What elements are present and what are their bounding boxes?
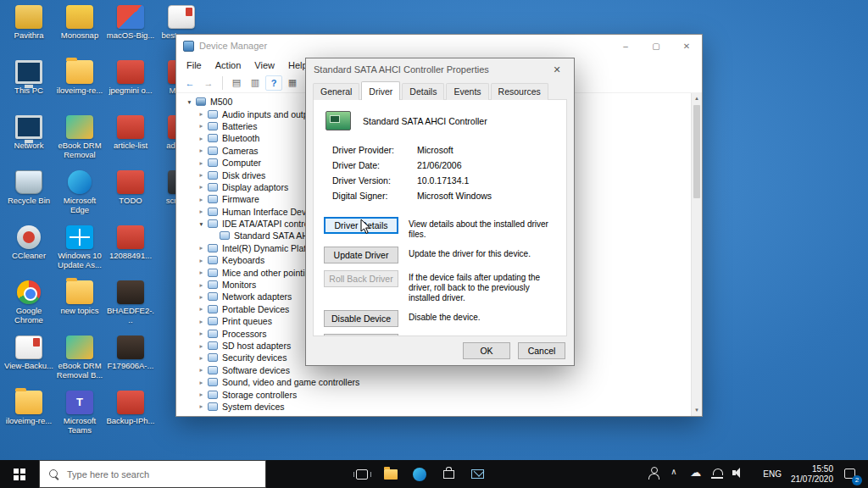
tree-expand-icon[interactable]: ▸ <box>197 391 206 398</box>
desktop-icon-this-pc[interactable]: This PC <box>4 58 53 114</box>
back-icon[interactable]: ← <box>181 75 198 91</box>
tree-item[interactable]: ▸ Storage controllers <box>183 388 690 400</box>
tree-expand-icon[interactable]: ▸ <box>197 257 206 264</box>
dialog-titlebar[interactable]: Standard SATA AHCI Controller Properties <box>306 58 574 80</box>
desktop-icon-recycle-bin[interactable]: Recycle Bin <box>4 169 53 224</box>
network-icon[interactable] <box>711 467 723 479</box>
tree-item[interactable]: ▸ Sound, video and game controllers <box>183 376 690 388</box>
menu-view[interactable]: View <box>248 60 281 70</box>
list-icon[interactable]: ▥ <box>247 75 264 91</box>
store-taskbar-button[interactable] <box>434 460 463 488</box>
chevron-up-icon[interactable] <box>669 467 681 479</box>
desktop-icon-label: Monosnap <box>55 30 104 40</box>
tree-expand-icon[interactable]: ▸ <box>197 293 206 301</box>
minimize-icon[interactable] <box>610 35 641 57</box>
tree-expand-icon[interactable]: ▸ <box>197 402 206 410</box>
tree-expand-icon[interactable]: ▸ <box>197 171 206 179</box>
cancel-button[interactable]: Cancel <box>518 342 565 359</box>
device-manager-titlebar[interactable]: Device Manager <box>176 35 702 57</box>
tree-expand-icon[interactable]: ▸ <box>197 305 206 313</box>
driver-field-value: 10.0.17134.1 <box>417 175 554 186</box>
tree-expand-icon[interactable]: ▸ <box>197 110 206 118</box>
people-icon[interactable] <box>648 467 659 479</box>
tree-expand-icon[interactable]: ▸ <box>197 379 206 386</box>
tree-expand-icon[interactable]: ▸ <box>197 183 206 191</box>
tab-details[interactable]: Details <box>402 83 444 100</box>
desktop-icon-microsoft-teams[interactable]: Microsoft Teams <box>55 389 104 444</box>
console-icon[interactable]: ▤ <box>228 75 245 91</box>
tree-expand-icon[interactable]: ▸ <box>197 354 206 362</box>
start-button[interactable] <box>0 460 39 488</box>
desktop-icon-pavithra[interactable]: Pavithra <box>4 3 53 58</box>
language-indicator[interactable]: ENG <box>763 469 782 479</box>
desktop-icon-google-chrome[interactable]: Google Chrome <box>4 279 53 334</box>
tree-expand-icon[interactable]: ▸ <box>197 281 206 289</box>
desktop-icon-ebook-drm-removal[interactable]: eBook DRM Removal <box>55 114 104 169</box>
uninstall-device-button[interactable]: Uninstall Device <box>324 334 398 336</box>
scroll-up-icon[interactable]: ▲ <box>692 93 702 104</box>
desktop-icon-article-list[interactable]: article-list <box>106 114 155 169</box>
scroll-thumb[interactable] <box>693 105 700 198</box>
taskbar-search-input[interactable]: Type here to search <box>39 460 266 488</box>
tree-expand-icon[interactable]: ▸ <box>197 122 206 130</box>
desktop-icon-monosnap[interactable]: Monosnap <box>55 3 104 58</box>
menu-action[interactable]: Action <box>209 60 248 70</box>
update-driver-button[interactable]: Update Driver <box>324 247 398 263</box>
help-icon[interactable]: ? <box>265 75 282 91</box>
desktop-icon-todo[interactable]: TODO <box>106 169 155 224</box>
tree-expand-icon[interactable]: ▸ <box>197 244 206 252</box>
tab-events[interactable]: Events <box>446 83 488 100</box>
tree-expand-icon[interactable]: ▾ <box>185 98 194 106</box>
action-center-button[interactable]: 2 <box>843 466 860 483</box>
tree-expand-icon[interactable]: ▸ <box>197 318 206 325</box>
sound-device-icon <box>208 378 218 386</box>
desktop-icon-new-topics[interactable]: new topics <box>55 279 104 334</box>
task-view-taskbar-button[interactable] <box>348 460 376 488</box>
tree-expand-icon[interactable]: ▸ <box>197 196 206 203</box>
tree-expand-icon[interactable]: ▸ <box>197 269 206 276</box>
tree-expand-icon[interactable]: ▸ <box>197 135 206 142</box>
tree-expand-icon[interactable]: ▸ <box>197 208 206 215</box>
forward-icon[interactable]: → <box>200 75 217 91</box>
volume-icon[interactable] <box>732 467 744 479</box>
tab-general[interactable]: General <box>313 83 359 100</box>
scroll-down-icon[interactable]: ▼ <box>692 405 702 416</box>
tree-expand-icon[interactable]: ▸ <box>197 366 206 374</box>
properties-icon[interactable]: ▦ <box>284 75 301 91</box>
roll-back-driver-button[interactable]: Roll Back Driver <box>324 270 398 287</box>
desktop-icon-jpegmini-o[interactable]: jpegmini o... <box>106 58 155 114</box>
desktop-icon-bhaedfe2[interactable]: BHAEDFE2-... <box>106 279 155 334</box>
desktop-icon-iloveimg-re[interactable]: iloveimg-re... <box>4 389 53 444</box>
mail-taskbar-button[interactable] <box>463 460 492 488</box>
tab-resources[interactable]: Resources <box>491 83 548 100</box>
desktop-icon-12088491[interactable]: 12088491... <box>106 224 155 279</box>
desktop-icon-f179606a[interactable]: F179606A-... <box>106 334 155 389</box>
menu-file[interactable]: File <box>180 60 209 70</box>
tab-driver[interactable]: Driver <box>361 81 400 100</box>
tree-scrollbar[interactable]: ▲ ▼ <box>691 93 702 416</box>
desktop-icon-view-backu[interactable]: View-Backu... <box>4 334 53 389</box>
tree-expand-icon[interactable]: ▾ <box>197 220 206 228</box>
desktop-icon-windows-10-update-as[interactable]: Windows 10 Update As... <box>55 224 104 279</box>
edge-taskbar-button[interactable] <box>405 460 434 488</box>
taskbar-clock[interactable]: 15:50 21/07/2020 <box>791 464 833 484</box>
desktop-icon-network[interactable]: Network <box>4 114 53 169</box>
maximize-icon[interactable] <box>641 35 671 57</box>
desktop-icon-ccleaner[interactable]: CCleaner <box>4 224 53 279</box>
dialog-close-icon[interactable] <box>540 58 574 80</box>
close-icon[interactable] <box>671 35 702 57</box>
file-explorer-taskbar-button[interactable] <box>376 460 405 488</box>
desktop-icon-macos-big[interactable]: macOS-Big... <box>106 3 155 58</box>
tree-item[interactable]: ▸ System devices <box>183 401 690 413</box>
tree-expand-icon[interactable]: ▸ <box>197 147 206 154</box>
tree-expand-icon[interactable]: ▸ <box>197 159 206 167</box>
tree-expand-icon[interactable]: ▸ <box>197 342 206 350</box>
desktop-icon-microsoft-edge[interactable]: Microsoft Edge <box>55 169 104 224</box>
disable-device-button[interactable]: Disable Device <box>324 310 398 327</box>
cloud-icon[interactable] <box>690 467 702 479</box>
tree-expand-icon[interactable]: ▸ <box>197 330 206 337</box>
desktop-icon-iloveimg-re[interactable]: iloveimg-re... <box>55 58 104 114</box>
desktop-icon-backup-iph[interactable]: Backup-IPh... <box>106 389 155 444</box>
desktop-icon-ebook-drm-removal-b[interactable]: eBook DRM Removal B... <box>55 334 104 389</box>
ok-button[interactable]: OK <box>463 342 510 359</box>
